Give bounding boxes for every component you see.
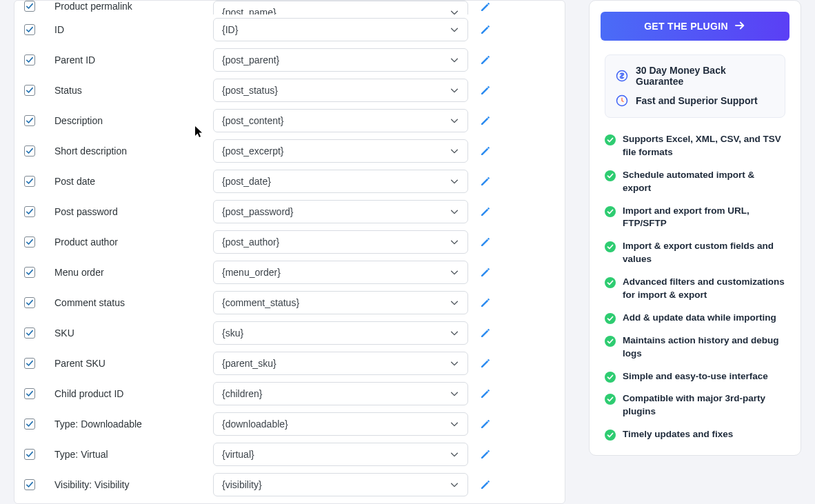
field-row: Post password{post_password} — [14, 196, 565, 227]
field-row: Product author{post_author} — [14, 227, 565, 257]
field-select[interactable]: {visibility} — [213, 473, 468, 496]
field-label: Type: Downloadable — [54, 419, 213, 430]
money-back-icon — [615, 69, 629, 83]
pencil-icon[interactable] — [479, 54, 492, 66]
field-label: ID — [54, 24, 213, 35]
feature-text: Supports Excel, XML, CSV, and TSV file f… — [623, 133, 785, 159]
check-circle-icon — [605, 206, 616, 217]
pencil-icon[interactable] — [479, 84, 492, 97]
pencil-icon[interactable] — [479, 448, 492, 461]
svg-point-8 — [605, 313, 616, 324]
field-select-value: {menu_order} — [222, 267, 281, 278]
chevron-down-icon — [450, 146, 459, 156]
pencil-icon[interactable] — [479, 387, 492, 400]
field-select-value: {sku} — [222, 327, 243, 339]
field-checkbox[interactable] — [24, 297, 35, 308]
field-checkbox[interactable] — [24, 176, 35, 187]
svg-point-7 — [605, 277, 616, 288]
field-label: Post date — [54, 176, 213, 187]
field-select[interactable]: {post_status} — [213, 79, 468, 102]
pencil-icon[interactable] — [479, 205, 492, 218]
field-label: Menu order — [54, 267, 213, 278]
get-plugin-label: GET THE PLUGIN — [644, 21, 728, 32]
field-checkbox[interactable] — [24, 206, 35, 217]
pencil-icon[interactable] — [479, 1, 492, 13]
support-icon — [615, 94, 629, 108]
promo-card: GET THE PLUGIN 30 Day Money Back Guarant… — [589, 0, 801, 456]
svg-point-10 — [605, 372, 616, 383]
field-select[interactable]: {post_author} — [213, 230, 468, 254]
field-select-value: {post_date} — [222, 176, 271, 187]
pencil-icon[interactable] — [479, 418, 492, 430]
field-checkbox[interactable] — [24, 85, 35, 96]
field-row: Type: Virtual{virtual} — [14, 439, 565, 470]
field-checkbox[interactable] — [24, 236, 35, 248]
field-label: Description — [54, 115, 213, 126]
pencil-icon[interactable] — [479, 236, 492, 248]
chevron-down-icon — [450, 389, 459, 399]
pencil-icon[interactable] — [479, 296, 492, 309]
feature-item: Schedule automated import & export — [605, 169, 785, 195]
chevron-down-icon — [450, 55, 459, 65]
pencil-icon[interactable] — [479, 266, 492, 279]
field-select-value: {children} — [222, 388, 262, 399]
field-checkbox[interactable] — [24, 479, 35, 490]
chevron-down-icon — [450, 207, 459, 216]
field-select[interactable]: {post_content} — [213, 109, 468, 132]
field-label: Product author — [54, 236, 213, 248]
field-select-value: {post_status} — [222, 85, 278, 96]
field-checkbox[interactable] — [24, 115, 35, 126]
field-select[interactable]: {post_excerpt} — [213, 139, 468, 163]
feature-item: Add & update data while importing — [605, 312, 785, 325]
field-select[interactable]: {post_password} — [213, 200, 468, 223]
field-select[interactable]: {downloadable} — [213, 412, 468, 436]
field-select[interactable]: {post_parent} — [213, 48, 468, 72]
field-label: Child product ID — [54, 388, 213, 399]
pencil-icon[interactable] — [479, 357, 492, 370]
field-select[interactable]: {parent_sku} — [213, 352, 468, 375]
pencil-icon[interactable] — [479, 327, 492, 339]
pencil-icon[interactable] — [479, 478, 492, 491]
field-checkbox[interactable] — [24, 449, 35, 460]
field-label: Parent ID — [54, 54, 213, 65]
get-plugin-button[interactable]: GET THE PLUGIN — [601, 12, 789, 41]
chevron-down-icon — [450, 298, 459, 308]
field-checkbox[interactable] — [24, 54, 35, 65]
feature-item: Compatible with major 3rd-party plugins — [605, 392, 785, 419]
field-select[interactable]: {virtual} — [213, 443, 468, 466]
field-checkbox[interactable] — [24, 1, 35, 12]
field-select[interactable]: {comment_status} — [213, 291, 468, 314]
field-row: Description{post_content} — [14, 105, 565, 136]
field-select-value: {post_content} — [222, 115, 284, 126]
chevron-down-icon — [450, 450, 459, 459]
field-select[interactable]: {menu_order} — [213, 261, 468, 284]
field-select[interactable]: {post_name} — [213, 1, 468, 14]
svg-point-3 — [605, 134, 616, 145]
guarantee-text-2: Fast and Superior Support — [636, 95, 758, 106]
pencil-icon[interactable] — [479, 114, 492, 127]
guarantee-box: 30 Day Money Back Guarantee Fast and Sup… — [605, 54, 785, 118]
svg-point-12 — [605, 430, 616, 441]
feature-text: Compatible with major 3rd-party plugins — [623, 392, 785, 419]
field-checkbox[interactable] — [24, 358, 35, 369]
chevron-down-icon — [450, 268, 459, 277]
pencil-icon[interactable] — [479, 23, 492, 36]
field-select[interactable]: {children} — [213, 382, 468, 405]
field-select-value: {comment_status} — [222, 297, 299, 308]
field-checkbox[interactable] — [24, 145, 35, 157]
feature-item: Import and export from URL, FTP/SFTP — [605, 205, 785, 231]
field-select[interactable]: {ID} — [213, 18, 468, 41]
pencil-icon[interactable] — [479, 145, 492, 157]
field-select[interactable]: {sku} — [213, 321, 468, 345]
fields-panel: Product permalink{post_name}ID{ID}Parent… — [14, 0, 565, 504]
field-checkbox[interactable] — [24, 388, 35, 399]
chevron-down-icon — [450, 237, 459, 247]
field-select[interactable]: {post_date} — [213, 170, 468, 193]
field-checkbox[interactable] — [24, 24, 35, 35]
field-checkbox[interactable] — [24, 267, 35, 278]
field-label: Short description — [54, 145, 213, 157]
field-checkbox[interactable] — [24, 327, 35, 339]
pencil-icon[interactable] — [479, 175, 492, 188]
field-checkbox[interactable] — [24, 419, 35, 430]
field-row: Child product ID{children} — [14, 379, 565, 409]
